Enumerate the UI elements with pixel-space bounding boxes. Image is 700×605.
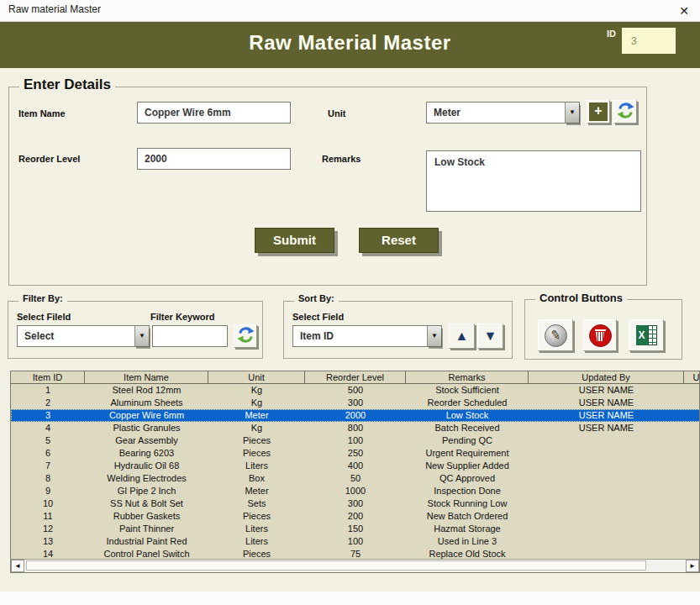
table-row[interactable]: 10SS Nut & Bolt SetSets300Stock Running … bbox=[11, 497, 700, 510]
table-cell: Welding Electrodes bbox=[85, 472, 208, 485]
sort-down-icon: ▼ bbox=[484, 329, 497, 343]
bottom-strip bbox=[0, 592, 700, 605]
table-cell: GI Pipe 2 Inch bbox=[85, 485, 208, 497]
sort-descending-button[interactable]: ▼ bbox=[477, 324, 503, 349]
excel-icon: X bbox=[636, 325, 657, 345]
table-cell: Stock Running Low bbox=[406, 497, 529, 510]
table-cell bbox=[529, 434, 684, 447]
unit-combobox[interactable]: Meter ▼ bbox=[426, 102, 580, 124]
table-cell: 11 bbox=[11, 510, 85, 523]
table-cell: 1000 bbox=[305, 485, 406, 497]
table-cell: Paint Thinner bbox=[85, 523, 208, 535]
table-cell: Bearing 6203 bbox=[85, 447, 208, 460]
table-cell: 100 bbox=[305, 434, 406, 447]
delete-button[interactable] bbox=[583, 319, 617, 351]
table-header-cell: Item Name bbox=[85, 371, 208, 383]
filter-field-combobox[interactable]: Select ▼ bbox=[17, 325, 150, 347]
scrollbar-thumb[interactable] bbox=[26, 560, 646, 571]
horizontal-scrollbar[interactable]: ◄ ► bbox=[11, 559, 699, 572]
add-unit-button[interactable]: + bbox=[587, 100, 610, 124]
table-row[interactable]: 4Plastic GranulesKg800Batch ReceivedUSER… bbox=[11, 422, 700, 434]
table-cell: Hazmat Storage bbox=[406, 523, 529, 535]
table-cell bbox=[529, 447, 684, 460]
table-cell: Hydraulic Oil 68 bbox=[85, 460, 208, 472]
refresh-units-button[interactable] bbox=[613, 100, 637, 124]
table-cell: Plastic Granules bbox=[85, 422, 208, 434]
chevron-down-icon[interactable]: ▼ bbox=[565, 103, 579, 123]
table-row[interactable]: 13Industrial Paint RedLiters100Used in L… bbox=[11, 535, 700, 548]
reorder-level-input[interactable] bbox=[137, 148, 291, 170]
apply-filter-button[interactable] bbox=[234, 324, 257, 348]
chevron-down-icon[interactable]: ▼ bbox=[427, 326, 441, 346]
chevron-down-icon[interactable]: ▼ bbox=[134, 326, 149, 346]
table-cell: 5 bbox=[11, 434, 85, 447]
sort-field-combobox[interactable]: Item ID ▼ bbox=[292, 325, 442, 347]
table-cell: Pieces bbox=[208, 510, 305, 523]
table-cell: Kg bbox=[208, 384, 305, 397]
table-row[interactable]: 3Copper Wire 6mmMeter2000Low StockUSER N… bbox=[11, 409, 700, 422]
table-row[interactable]: 5Gear AssemblyPieces100Pending QC bbox=[11, 434, 700, 447]
table-header-cell: Item ID bbox=[11, 371, 85, 383]
table-cell: USER NAME bbox=[529, 409, 684, 422]
table-cell bbox=[529, 472, 684, 485]
sort-field-value: Item ID bbox=[300, 330, 334, 342]
table-cell: USER NAME bbox=[529, 422, 684, 434]
sort-field-label: Select Field bbox=[292, 312, 344, 322]
control-buttons-legend: Control Buttons bbox=[535, 292, 627, 304]
table-cell: USER NAME bbox=[529, 397, 684, 409]
id-field[interactable] bbox=[622, 28, 676, 54]
table-cell bbox=[529, 485, 684, 497]
table-cell: 500 bbox=[305, 384, 406, 397]
table-cell: Industrial Paint Red bbox=[85, 535, 208, 548]
window-titlebar: Raw material Master ✕ bbox=[0, 0, 700, 22]
table-cell: Copper Wire 6mm bbox=[85, 409, 208, 422]
table-cell: SS Nut & Bolt Set bbox=[85, 497, 208, 510]
close-icon[interactable]: ✕ bbox=[675, 2, 693, 20]
raw-material-master-form: Raw material Master ✕ Raw Material Maste… bbox=[0, 0, 700, 605]
reset-button[interactable]: Reset bbox=[359, 228, 439, 253]
edit-icon: ✎ bbox=[545, 324, 567, 347]
table-row[interactable]: 11Rubber GasketsPieces200New Batch Order… bbox=[11, 510, 700, 523]
table-row[interactable]: 2Aluminum SheetsKg300Reorder ScheduledUS… bbox=[11, 397, 700, 409]
table-row[interactable]: 1Steel Rod 12mmKg500Stock SufficientUSER… bbox=[11, 384, 700, 397]
table-cell: 7 bbox=[11, 460, 85, 472]
table-cell: Liters bbox=[208, 535, 305, 548]
table-cell: Stock Sufficient bbox=[406, 384, 529, 397]
table-cell: Meter bbox=[208, 409, 305, 422]
table-cell: 400 bbox=[305, 460, 406, 472]
table-row[interactable]: 8Welding ElectrodesBox50QC Approved bbox=[11, 472, 700, 485]
table-cell bbox=[529, 535, 684, 548]
table-cell: 6 bbox=[11, 447, 85, 460]
table-header-cell: Remarks bbox=[406, 371, 529, 383]
table-row[interactable]: 9GI Pipe 2 InchMeter1000Inspection Done bbox=[11, 485, 700, 497]
table-row[interactable]: 12Paint ThinnerLiters150Hazmat Storage bbox=[11, 523, 700, 535]
table-cell bbox=[529, 460, 684, 472]
table-row[interactable]: 7Hydraulic Oil 68Liters400New Supplier A… bbox=[11, 460, 700, 472]
remarks-textarea[interactable]: Low Stock bbox=[426, 150, 641, 212]
sync-icon bbox=[617, 102, 634, 123]
sort-ascending-button[interactable]: ▲ bbox=[449, 324, 475, 349]
filter-field-value: Select bbox=[24, 330, 54, 342]
table-cell: 9 bbox=[11, 485, 85, 497]
edit-button[interactable]: ✎ bbox=[538, 319, 573, 351]
scroll-left-icon[interactable]: ◄ bbox=[11, 560, 24, 572]
table-cell: 1 bbox=[11, 384, 85, 397]
table-cell: Liters bbox=[208, 460, 305, 472]
table-cell: Urgent Requirement bbox=[406, 447, 529, 460]
scrollbar-track[interactable] bbox=[24, 560, 686, 572]
table-cell bbox=[684, 409, 700, 422]
submit-button[interactable]: Submit bbox=[255, 228, 334, 253]
table-header-cell: Updated By bbox=[529, 371, 684, 383]
table-cell: 50 bbox=[305, 472, 406, 485]
scroll-right-icon[interactable]: ► bbox=[686, 560, 699, 572]
table-cell: 200 bbox=[305, 510, 406, 523]
table-cell: New Supplier Added bbox=[406, 460, 529, 472]
item-name-input[interactable] bbox=[137, 102, 291, 124]
export-excel-button[interactable]: X bbox=[629, 319, 664, 351]
table-cell: QC Approved bbox=[406, 472, 529, 485]
table-cell bbox=[684, 422, 700, 434]
table-row[interactable]: 6Bearing 6203Pieces250Urgent Requirement bbox=[11, 447, 700, 460]
window-title: Raw material Master bbox=[8, 3, 101, 15]
table-cell: Kg bbox=[208, 422, 305, 434]
filter-keyword-input[interactable] bbox=[152, 325, 228, 347]
